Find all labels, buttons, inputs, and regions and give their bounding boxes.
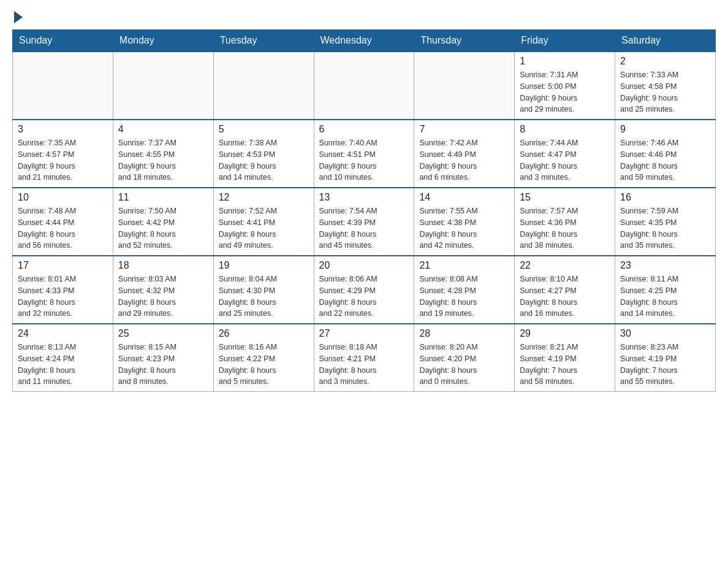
day-number: 26: [219, 328, 309, 339]
calendar-cell: 18Sunrise: 8:03 AMSunset: 4:32 PMDayligh…: [113, 256, 213, 324]
day-info: Sunrise: 7:52 AMSunset: 4:41 PMDaylight:…: [219, 205, 309, 251]
calendar-cell: [213, 52, 314, 120]
day-number: 11: [118, 192, 208, 203]
day-info: Sunrise: 7:48 AMSunset: 4:44 PMDaylight:…: [18, 205, 108, 251]
day-info: Sunrise: 7:54 AMSunset: 4:39 PMDaylight:…: [319, 205, 409, 251]
calendar-cell: 25Sunrise: 8:15 AMSunset: 4:23 PMDayligh…: [113, 324, 213, 392]
header-monday: Monday: [113, 30, 213, 52]
calendar-cell: 19Sunrise: 8:04 AMSunset: 4:30 PMDayligh…: [213, 256, 314, 324]
day-number: 9: [620, 124, 710, 135]
day-info: Sunrise: 7:37 AMSunset: 4:55 PMDaylight:…: [118, 137, 208, 183]
day-info: Sunrise: 8:11 AMSunset: 4:25 PMDaylight:…: [620, 274, 710, 320]
day-info: Sunrise: 8:16 AMSunset: 4:22 PMDaylight:…: [219, 342, 309, 388]
header-tuesday: Tuesday: [213, 30, 314, 52]
day-number: 29: [520, 328, 610, 339]
day-number: 19: [219, 260, 309, 271]
day-number: 18: [118, 260, 208, 271]
calendar-cell: 1Sunrise: 7:31 AMSunset: 5:00 PMDaylight…: [515, 52, 615, 120]
day-info: Sunrise: 8:13 AMSunset: 4:24 PMDaylight:…: [18, 342, 108, 388]
calendar-cell: 14Sunrise: 7:55 AMSunset: 4:38 PMDayligh…: [414, 188, 515, 256]
week-row-2: 3Sunrise: 7:35 AMSunset: 4:57 PMDaylight…: [13, 120, 716, 188]
day-number: 10: [18, 192, 108, 203]
day-number: 22: [520, 260, 610, 271]
calendar-cell: 7Sunrise: 7:42 AMSunset: 4:49 PMDaylight…: [414, 120, 515, 188]
day-info: Sunrise: 8:23 AMSunset: 4:19 PMDaylight:…: [620, 342, 710, 388]
calendar-cell: 26Sunrise: 8:16 AMSunset: 4:22 PMDayligh…: [213, 324, 314, 392]
day-info: Sunrise: 7:50 AMSunset: 4:42 PMDaylight:…: [118, 205, 208, 251]
day-info: Sunrise: 8:01 AMSunset: 4:33 PMDaylight:…: [18, 274, 108, 320]
day-info: Sunrise: 8:03 AMSunset: 4:32 PMDaylight:…: [118, 274, 208, 320]
day-info: Sunrise: 8:18 AMSunset: 4:21 PMDaylight:…: [319, 342, 409, 388]
day-number: 8: [520, 124, 610, 135]
day-info: Sunrise: 8:08 AMSunset: 4:28 PMDaylight:…: [419, 274, 509, 320]
day-info: Sunrise: 7:44 AMSunset: 4:47 PMDaylight:…: [520, 137, 610, 183]
day-info: Sunrise: 7:33 AMSunset: 4:58 PMDaylight:…: [620, 69, 710, 115]
calendar-cell: 11Sunrise: 7:50 AMSunset: 4:42 PMDayligh…: [113, 188, 213, 256]
calendar-cell: 27Sunrise: 8:18 AMSunset: 4:21 PMDayligh…: [314, 324, 414, 392]
header-friday: Friday: [515, 30, 615, 52]
day-number: 30: [620, 328, 710, 339]
day-info: Sunrise: 7:38 AMSunset: 4:53 PMDaylight:…: [219, 137, 309, 183]
calendar-cell: 4Sunrise: 7:37 AMSunset: 4:55 PMDaylight…: [113, 120, 213, 188]
day-number: 16: [620, 192, 710, 203]
day-number: 17: [18, 260, 108, 271]
week-row-1: 1Sunrise: 7:31 AMSunset: 5:00 PMDaylight…: [13, 52, 716, 120]
day-number: 21: [419, 260, 509, 271]
day-number: 1: [520, 56, 610, 67]
day-info: Sunrise: 8:20 AMSunset: 4:20 PMDaylight:…: [419, 342, 509, 388]
calendar-cell: 17Sunrise: 8:01 AMSunset: 4:33 PMDayligh…: [13, 256, 113, 324]
day-number: 23: [620, 260, 710, 271]
calendar-cell: 22Sunrise: 8:10 AMSunset: 4:27 PMDayligh…: [515, 256, 615, 324]
calendar-cell: 16Sunrise: 7:59 AMSunset: 4:35 PMDayligh…: [615, 188, 716, 256]
calendar-cell: 12Sunrise: 7:52 AMSunset: 4:41 PMDayligh…: [213, 188, 314, 256]
week-row-4: 17Sunrise: 8:01 AMSunset: 4:33 PMDayligh…: [13, 256, 716, 324]
calendar-cell: [13, 52, 113, 120]
week-row-3: 10Sunrise: 7:48 AMSunset: 4:44 PMDayligh…: [13, 188, 716, 256]
day-number: 4: [118, 124, 208, 135]
day-number: 6: [319, 124, 409, 135]
day-info: Sunrise: 7:35 AMSunset: 4:57 PMDaylight:…: [18, 137, 108, 183]
logo-arrow-icon: [14, 11, 23, 23]
day-number: 15: [520, 192, 610, 203]
day-info: Sunrise: 7:31 AMSunset: 5:00 PMDaylight:…: [520, 69, 610, 115]
week-row-5: 24Sunrise: 8:13 AMSunset: 4:24 PMDayligh…: [13, 324, 716, 392]
day-number: 7: [419, 124, 509, 135]
day-number: 13: [319, 192, 409, 203]
day-number: 25: [118, 328, 208, 339]
page-header: [12, 12, 716, 23]
calendar-cell: 21Sunrise: 8:08 AMSunset: 4:28 PMDayligh…: [414, 256, 515, 324]
day-number: 27: [319, 328, 409, 339]
day-number: 20: [319, 260, 409, 271]
day-info: Sunrise: 7:42 AMSunset: 4:49 PMDaylight:…: [419, 137, 509, 183]
calendar-cell: [314, 52, 414, 120]
calendar-cell: 23Sunrise: 8:11 AMSunset: 4:25 PMDayligh…: [615, 256, 716, 324]
day-number: 28: [419, 328, 509, 339]
day-info: Sunrise: 8:04 AMSunset: 4:30 PMDaylight:…: [219, 274, 309, 320]
day-number: 24: [18, 328, 108, 339]
calendar-cell: 29Sunrise: 8:21 AMSunset: 4:19 PMDayligh…: [515, 324, 615, 392]
header-sunday: Sunday: [13, 30, 113, 52]
day-info: Sunrise: 7:55 AMSunset: 4:38 PMDaylight:…: [419, 205, 509, 251]
calendar-table: Sunday Monday Tuesday Wednesday Thursday…: [12, 29, 716, 392]
calendar-cell: [414, 52, 515, 120]
calendar-cell: 6Sunrise: 7:40 AMSunset: 4:51 PMDaylight…: [314, 120, 414, 188]
calendar-cell: 8Sunrise: 7:44 AMSunset: 4:47 PMDaylight…: [515, 120, 615, 188]
day-info: Sunrise: 7:46 AMSunset: 4:46 PMDaylight:…: [620, 137, 710, 183]
calendar-cell: 2Sunrise: 7:33 AMSunset: 4:58 PMDaylight…: [615, 52, 716, 120]
day-info: Sunrise: 8:10 AMSunset: 4:27 PMDaylight:…: [520, 274, 610, 320]
calendar-cell: 15Sunrise: 7:57 AMSunset: 4:36 PMDayligh…: [515, 188, 615, 256]
day-info: Sunrise: 8:15 AMSunset: 4:23 PMDaylight:…: [118, 342, 208, 388]
day-info: Sunrise: 7:40 AMSunset: 4:51 PMDaylight:…: [319, 137, 409, 183]
calendar-cell: 24Sunrise: 8:13 AMSunset: 4:24 PMDayligh…: [13, 324, 113, 392]
calendar-cell: [113, 52, 213, 120]
logo: [12, 12, 23, 23]
day-number: 12: [219, 192, 309, 203]
day-number: 14: [419, 192, 509, 203]
calendar-cell: 5Sunrise: 7:38 AMSunset: 4:53 PMDaylight…: [213, 120, 314, 188]
calendar-cell: 20Sunrise: 8:06 AMSunset: 4:29 PMDayligh…: [314, 256, 414, 324]
day-number: 3: [18, 124, 108, 135]
day-number: 2: [620, 56, 710, 67]
header-thursday: Thursday: [414, 30, 515, 52]
day-info: Sunrise: 7:57 AMSunset: 4:36 PMDaylight:…: [520, 205, 610, 251]
day-info: Sunrise: 8:06 AMSunset: 4:29 PMDaylight:…: [319, 274, 409, 320]
